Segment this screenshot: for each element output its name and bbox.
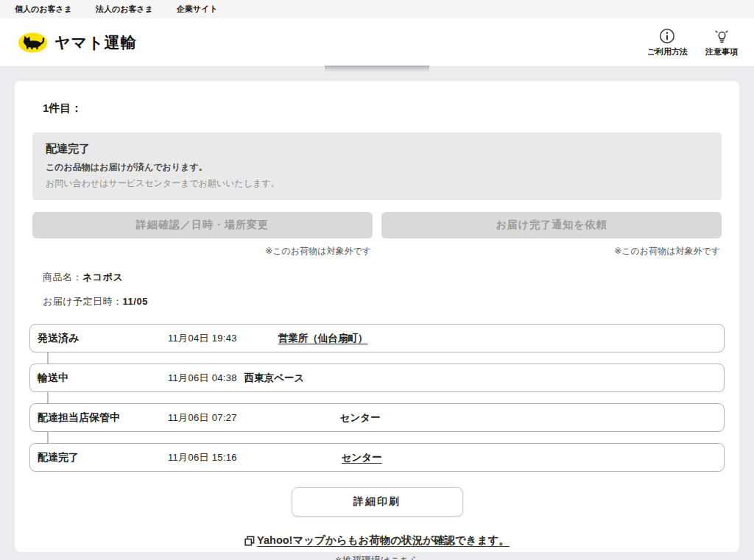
shipment-card: 1件目： 配達完了 このお品物はお届けが済んでおります。 お問い合わせはサービス… [15,81,739,552]
print-detail-button[interactable]: 詳細印刷 [292,487,463,517]
recommended-environment-line: ※推奨環境はこちら [29,554,725,560]
tracking-datetime: 11月06日 07:27 [168,411,237,425]
tracking-row-held-at-store: 配達担当店保管中 11月06日 07:27 センター [29,403,725,432]
nav-personal-customers[interactable]: 個人のお客さま [15,4,72,15]
utility-nav: 個人のお客さま 法人のお客さま 企業サイト [0,0,754,18]
status-message: このお品物はお届けが済んでおります。 [46,161,708,174]
tracking-status: 発送済み [38,332,168,345]
tracking-datetime: 11月06日 04:38 [168,372,237,385]
info-icon [659,28,675,44]
usage-guide-button[interactable]: ご利用方法 [647,28,688,57]
tracking-status: 配達担当店保管中 [38,411,168,425]
tracking-location: 西東京ベース [244,372,305,385]
item-heading: 1件目： [43,102,725,116]
delivery-date-label: お届け予定日時： [43,296,123,307]
tracking-history: 発送済み 11月04日 19:43 営業所（仙台扇町） 輸送中 11月06日 0… [29,324,725,472]
tracking-location-link[interactable]: センター [342,451,387,464]
nav-corporate-customers[interactable]: 法人のお客さま [96,4,153,15]
tracking-location-link[interactable]: 営業所（仙台扇町） [278,332,373,345]
brand-name: ヤマト運輸 [54,32,136,53]
print-button-wrap: 詳細印刷 [29,487,725,517]
yamato-logo-link[interactable]: ヤマト運輸 [18,32,136,54]
detail-change-column: 詳細確認／日時・場所変更 ※このお荷物は対象外です [32,212,373,258]
yahoo-map-link-label: Yahoo!マップからもお荷物の状況が確認できます。 [257,534,510,547]
notes-label: 注意事項 [705,46,738,57]
status-submessage: お問い合わせはサービスセンターまでお願いいたします。 [46,177,708,190]
tracking-row-shipped: 発送済み 11月04日 19:43 営業所（仙台扇町） [29,324,725,352]
nav-corporate-site[interactable]: 企業サイト [177,4,218,15]
detail-change-note: ※このお荷物は対象外です [32,245,373,258]
tracking-datetime: 11月04日 19:43 [168,332,237,345]
delivery-notice-column: お届け完了通知を依頼 ※このお荷物は対象外です [381,212,722,258]
delivery-notice-note: ※このお荷物は対象外です [381,245,722,258]
tracking-row-delivered: 配達完了 11月06日 15:16 センター [29,443,725,472]
external-window-icon [244,536,255,546]
delivery-date-line: お届け予定日時：11/05 [43,295,725,308]
action-buttons-row: 詳細確認／日時・場所変更 ※このお荷物は対象外です お届け完了通知を依頼 ※この… [32,212,722,258]
status-title: 配達完了 [46,142,708,156]
notes-button[interactable]: 注意事項 [705,28,738,57]
tracking-row-in-transit: 輸送中 11月06日 04:38 西東京ベース [29,364,725,392]
tracking-status: 配達完了 [38,451,168,464]
tracking-location: センター [340,411,381,425]
site-header: ヤマト運輸 ご利用方法 注意事 [0,18,754,67]
delivery-date-value: 11/05 [123,296,148,307]
header-actions: ご利用方法 注意事項 [647,28,738,57]
product-name-label: 商品名： [43,272,82,283]
product-name-line: 商品名：ネコポス [43,271,725,284]
tracking-datetime: 11月06日 15:16 [168,451,237,464]
timeline-connector [47,352,49,364]
yahoo-map-line: Yahoo!マップからもお荷物の状況が確認できます。 [29,534,725,549]
yamato-cat-logo-icon [18,32,48,54]
scrolled-element-shadow [325,65,429,72]
usage-guide-label: ご利用方法 [647,46,688,57]
timeline-connector [47,392,49,403]
product-name-value: ネコポス [82,272,123,283]
delivery-notice-button[interactable]: お届け完了通知を依頼 [381,212,722,238]
detail-change-button[interactable]: 詳細確認／日時・場所変更 [32,212,373,238]
yahoo-map-link[interactable]: Yahoo!マップからもお荷物の状況が確認できます。 [244,534,510,547]
tracking-status: 輸送中 [38,372,168,385]
page-body: 1件目： 配達完了 このお品物はお届けが済んでおります。 お問い合わせはサービス… [0,67,754,560]
recommended-environment-link[interactable]: こちら [390,555,420,560]
lightbulb-icon [714,28,730,44]
timeline-connector [47,432,49,443]
delivery-status-box: 配達完了 このお品物はお届けが済んでおります。 お問い合わせはサービスセンターま… [32,132,722,200]
recommended-environment-text: ※推奨環境は [334,555,390,560]
